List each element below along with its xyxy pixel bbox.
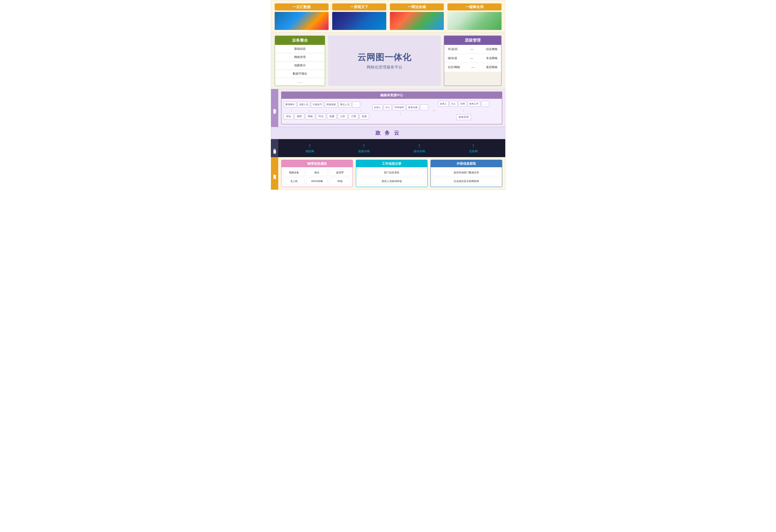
external-panel-body: 政府其他部门数据目录社会组织及互联网舆情 [431, 167, 502, 187]
top-card-img-3 [447, 12, 502, 30]
physical-cell-4: AR/AI穿戴 [306, 178, 328, 185]
level-left-1: 镇/街道 [448, 56, 457, 60]
top-card-img-0 [275, 12, 329, 30]
right-tag-1: 法人 [449, 101, 457, 107]
network-item-1: ↑ 视频专网 [358, 143, 370, 154]
biz-item-4: …… [275, 78, 325, 85]
network-arrow-up-2: ↑ [418, 143, 421, 149]
perception-section: 全面感知 物理信息感知 视频设备激光超宽带无人机AR/AI穿戴终端 工作信息记录… [271, 157, 505, 190]
left-tag-2: 行政处罚 [311, 102, 324, 107]
perception-content: 物理信息感知 视频设备激光超宽带无人机AR/AI穿戴终端 工作信息记录 部门信息… [278, 157, 505, 190]
data-content: 融媒体资源中心 案情事件涉案人员行政处罚情报线索重点人员……↓↓↓↓↓综治城管维… [278, 89, 505, 127]
media-mid-group: 自然人法人空间地理政策法规……↑ [370, 104, 430, 116]
external-panel-header: 外部信息获取 [431, 160, 502, 167]
level-left-2: 社区/网格 [448, 65, 460, 69]
physical-cell-3: 无人机 [283, 178, 305, 185]
network-label-vertical: 互联网络 [271, 139, 278, 157]
left-tag-0: 案情事件 [284, 102, 296, 107]
data-label-vertical: 数据汇聚 [271, 89, 278, 127]
arrow-down-left-3: ↓ [336, 109, 352, 112]
network-arrow-up-3: ↑ [472, 143, 475, 149]
network-section: 互联网络 ↑ 物联网 ↑ 视频专网 ↑ 移动专网 ↑ 互联网 [271, 139, 505, 157]
level-row-2: 社区/网格 — 基层网格 [444, 63, 501, 72]
bottom-left-tag-1: 城管 [295, 113, 304, 119]
media-right-arrow: ↑ [438, 108, 489, 113]
top-card-0: 一云汇数据 [275, 3, 329, 30]
right-tag-3: 政务公开 [467, 101, 480, 107]
network-label-2: 移动专网 [413, 150, 425, 154]
media-center: 融媒体资源中心 案情事件涉案人员行政处罚情报线索重点人员……↓↓↓↓↓综治城管维… [281, 91, 502, 124]
data-section: 数据汇聚 融媒体资源中心 案情事件涉案人员行政处罚情报线索重点人员……↓↓↓↓↓… [271, 89, 505, 127]
physical-panel-header: 物理信息感知 [281, 160, 353, 167]
media-left-group: 案情事件涉案人员行政处罚情报线索重点人员……↓↓↓↓↓综治城管维稳司法党建公安工… [284, 102, 369, 119]
bottom-right-tag-0: 政务应用 [456, 114, 471, 120]
top-card-2: 一网治全城 [390, 3, 444, 30]
level-right-2: 基层网格 [486, 65, 498, 69]
center-panel: 云网图一体化 网格化管理服务平台 [328, 35, 441, 86]
top-card-label-3: 一端掌全局 [447, 3, 502, 10]
external-item-0: 政府其他部门数据目录 [433, 169, 500, 176]
media-mid-arrow: ↑ [372, 112, 428, 116]
right-tag-2: 信用 [458, 101, 466, 107]
network-label-0: 物联网 [306, 150, 314, 154]
level-panel-header: 层级管理 [444, 36, 501, 45]
media-center-body: 案情事件涉案人员行政处罚情报线索重点人员……↓↓↓↓↓综治城管维稳司法党建公安工… [281, 99, 502, 124]
center-title: 云网图一体化 [357, 51, 411, 63]
mid-tag-4: …… [420, 104, 428, 110]
center-subtitle: 网格化管理服务平台 [367, 64, 402, 70]
right-tag-0: 自然人 [438, 101, 448, 107]
biz-item-1: 网格管理 [275, 53, 325, 61]
top-card-1: 一屏观天下 [332, 3, 386, 30]
level-dash-1: — [457, 56, 486, 60]
mid-tag-2: 空间地理 [393, 104, 405, 110]
network-content: ↑ 物联网 ↑ 视频专网 ↑ 移动专网 ↑ 互联网 [278, 139, 505, 157]
biz-item-3: 数据可视化 [275, 70, 325, 78]
network-arrow-up-1: ↑ [363, 143, 365, 149]
arrow-down-left-2: ↓ [318, 109, 335, 112]
media-right-group: 自然人法人信用政务公开……↑政务应用 [438, 101, 489, 120]
level-row-1: 镇/街道 — 专业网格 [444, 54, 501, 63]
external-item-1: 社会组织及互联网舆情 [433, 178, 500, 185]
bottom-left-tag-0: 综治 [284, 113, 294, 119]
top-section: 一云汇数据 一屏观天下 一网治全城 一端掌全局 [271, 0, 505, 33]
physical-panel: 物理信息感知 视频设备激光超宽带无人机AR/AI穿戴终端 [281, 160, 353, 187]
level-right-0: 综合网格 [486, 47, 498, 51]
biz-panel: 业务整合 基础信息网格管理地图展示数据可视化…… [275, 35, 325, 86]
gov-cloud-title: 政 务 云 [271, 129, 505, 137]
perception-label-vertical: 全面感知 [271, 157, 278, 190]
physical-grid: 视频设备激光超宽带无人机AR/AI穿戴终端 [283, 169, 351, 185]
left-tag-3: 情报线索 [325, 102, 338, 107]
network-label-3: 互联网 [469, 150, 478, 154]
top-card-img-1 [332, 12, 386, 30]
bottom-left-tag-7: 应急 [359, 113, 369, 119]
level-left-0: 市/县/区 [448, 47, 458, 51]
arrow-down-left-1: ↓ [301, 109, 317, 112]
middle-section: 业务整合 基础信息网格管理地图展示数据可视化…… 云网图一体化 网格化管理服务平… [271, 33, 505, 89]
mid-tag-0: 自然人 [372, 104, 383, 110]
biz-item-2: 地图展示 [275, 61, 325, 70]
mid-tag-3: 政策法规 [406, 104, 419, 110]
biz-item-0: 基础信息 [275, 45, 325, 53]
network-arrow-up-0: ↑ [309, 143, 311, 149]
external-panel: 外部信息获取 政府其他部门数据目录社会组织及互联网舆情 [430, 160, 502, 187]
physical-cell-1: 激光 [306, 169, 328, 176]
left-tag-5: …… [352, 102, 360, 107]
physical-cell-0: 视频设备 [283, 169, 305, 176]
gov-cloud-section: 政 务 云 [271, 127, 505, 139]
level-row-0: 市/县/区 — 综合网格 [444, 45, 501, 54]
physical-cell-5: 终端 [329, 178, 351, 185]
physical-panel-body: 视频设备激光超宽带无人机AR/AI穿戴终端 [281, 167, 353, 187]
work-panel-header: 工作信息记录 [356, 160, 427, 167]
top-card-label-1: 一屏观天下 [332, 3, 386, 10]
level-right-1: 专业网格 [486, 56, 498, 60]
level-panel: 层级管理 市/县/区 — 综合网格 镇/街道 — 专业网格 社区/网格 — 基层… [444, 35, 502, 86]
network-item-3: ↑ 互联网 [469, 143, 478, 154]
bottom-left-tag-3: 司法 [316, 113, 326, 119]
top-card-img-2 [390, 12, 444, 30]
work-item-1: 基层人员移动终端 [358, 178, 425, 185]
bottom-left-tag-6: 工商 [349, 113, 358, 119]
top-card-3: 一端掌全局 [447, 3, 502, 30]
arrow-down-left-0: ↓ [284, 109, 300, 112]
bottom-left-tag-4: 党建 [327, 113, 337, 119]
right-tag-4: …… [481, 101, 489, 107]
